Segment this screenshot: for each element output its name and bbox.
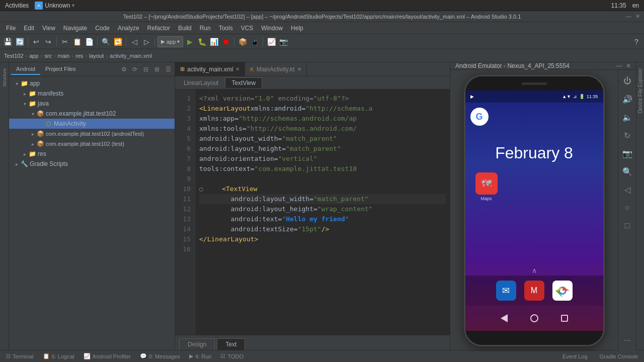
code-editor[interactable]: 12345 678910 1112131415 16 <?xml version… xyxy=(175,89,450,335)
minimize-emulator-btn[interactable]: — xyxy=(616,62,622,69)
menu-run[interactable]: Run xyxy=(196,24,215,33)
menu-tools[interactable]: Tools xyxy=(215,24,237,33)
menu-vcs[interactable]: VCS xyxy=(237,24,258,33)
app-name[interactable]: Unknown xyxy=(45,2,70,9)
close-tab-icon[interactable]: ✕ xyxy=(235,66,239,72)
power-btn[interactable]: ⏻ xyxy=(620,74,634,88)
more-options-btn[interactable]: ··· xyxy=(620,333,634,347)
menu-help[interactable]: Help xyxy=(287,24,307,33)
replace-btn[interactable]: 🔁 xyxy=(112,36,123,47)
capture-btn[interactable]: 📷 xyxy=(278,36,289,47)
tree-item-res[interactable]: ▸ 📁 res xyxy=(9,149,175,159)
nav-back-btn[interactable]: ◁ xyxy=(129,36,140,47)
terminal-tab[interactable]: ⊡ Terminal xyxy=(2,352,38,360)
tree-item-gradle[interactable]: ▸ 🔧 Gradle Scripts xyxy=(9,159,175,169)
find-btn[interactable]: 🔍 xyxy=(100,36,111,47)
redo-btn[interactable]: ↪ xyxy=(43,36,54,47)
nav-src[interactable]: src xyxy=(44,53,52,59)
maps-icon[interactable]: 🗺 xyxy=(475,172,498,195)
tab-text[interactable]: Text xyxy=(217,338,245,350)
logcat-tab[interactable]: 📋 6: Logcat xyxy=(39,352,78,360)
sdk-manager-btn[interactable]: 📦 xyxy=(237,36,248,47)
menu-window[interactable]: Window xyxy=(257,24,287,33)
android-profiler-tab[interactable]: 📈 Android Profiler xyxy=(79,352,135,360)
menu-refactor[interactable]: Refactor xyxy=(143,24,174,33)
phone-screen[interactable]: ▶ ▲▼ ⊿ 🔋 11:35 G xyxy=(465,90,603,331)
close-emulator-btn[interactable]: ✕ xyxy=(626,62,631,69)
close-tab-icon[interactable]: ✕ xyxy=(297,66,301,72)
sync-btn[interactable]: 🔄 xyxy=(14,36,25,47)
tree-item-package[interactable]: ▾ 📦 com.example.jittat.test102 xyxy=(9,109,175,119)
run-tab[interactable]: ▶ 4: Run xyxy=(185,352,215,360)
gradle-console-tab[interactable]: Gradle Console xyxy=(596,352,642,360)
run-config-dropdown[interactable]: ▶ app ▾ xyxy=(157,36,183,47)
run-with-coverage-btn[interactable]: 📊 xyxy=(208,36,219,47)
profiler-btn[interactable]: 📈 xyxy=(266,36,277,47)
event-log-tab[interactable]: Event Log xyxy=(558,352,592,360)
menu-navigate[interactable]: Navigate xyxy=(59,24,91,33)
minimize-btn[interactable]: — xyxy=(626,13,631,20)
tab-design[interactable]: Design xyxy=(179,338,215,350)
tab-android[interactable]: Android xyxy=(11,64,40,75)
nav-activity-main-xml[interactable]: activity_main.xml xyxy=(110,53,152,59)
undo-btn[interactable]: ↩ xyxy=(31,36,42,47)
stop-btn[interactable]: ⏹ xyxy=(220,36,231,47)
debug-btn[interactable]: 🐛 xyxy=(196,36,207,47)
nav-layout[interactable]: layout xyxy=(89,53,104,59)
tree-item-app[interactable]: ▾ 📁 app xyxy=(9,78,175,88)
volume-down-btn[interactable]: 🔈 xyxy=(620,110,634,124)
device-explorer-label[interactable]: Device File Explorer xyxy=(637,64,643,117)
rotate-btn[interactable]: ↻ xyxy=(620,128,634,142)
sync-icon[interactable]: ⟳ xyxy=(130,65,139,74)
tree-item-test[interactable]: ▸ 📦 com.example.jittat.test102 (test) xyxy=(9,139,175,149)
back-nav-btn[interactable]: ◁ xyxy=(620,183,634,197)
menu-view[interactable]: View xyxy=(38,24,59,33)
todo-tab[interactable]: ☑ TODO xyxy=(216,352,248,360)
tree-item-mainactivity[interactable]: ▸ ⬡ MainActivity xyxy=(9,119,175,129)
copy-btn[interactable]: 📋 xyxy=(71,36,83,47)
breadcrumb-linearlayout[interactable]: LinearLayout xyxy=(177,77,225,88)
menu-file[interactable]: File xyxy=(2,24,20,33)
tree-item-java[interactable]: ▾ 📁 java xyxy=(9,99,175,109)
menu-build[interactable]: Build xyxy=(174,24,196,33)
paste-btn[interactable]: 📄 xyxy=(84,36,95,47)
close-btn[interactable]: ✕ xyxy=(635,13,640,20)
tree-item-androidtest[interactable]: ▸ 📦 com.example.jittat.test102 (androidT… xyxy=(9,129,175,139)
nav-res[interactable]: res xyxy=(75,53,83,59)
nav-main[interactable]: main xyxy=(58,53,70,59)
phone-recents-btn[interactable] xyxy=(559,313,570,323)
dock-gmail-icon[interactable]: M xyxy=(524,281,544,301)
tab-project-files[interactable]: Project Files xyxy=(40,64,81,75)
nav-test102[interactable]: Test102 xyxy=(4,53,24,59)
expand-icon[interactable]: ⊞ xyxy=(152,65,162,74)
messages-tab[interactable]: 💬 0: Messages xyxy=(136,352,184,360)
avd-manager-btn[interactable]: 📱 xyxy=(249,36,260,47)
screenshot-btn[interactable]: 📷 xyxy=(620,146,634,160)
zoom-btn[interactable]: 🔍 xyxy=(620,164,634,178)
recents-nav-btn[interactable]: □ xyxy=(620,219,634,233)
help-btn[interactable]: ? xyxy=(631,36,642,47)
activities-menu[interactable]: Activities xyxy=(5,2,29,9)
dock-chrome-icon[interactable] xyxy=(552,281,573,301)
tab-mainactivity-kt[interactable]: K MainActivity.kt ✕ xyxy=(245,62,306,76)
phone-content[interactable]: G February 8 🗺 Maps xyxy=(465,103,603,265)
breadcrumb-textview[interactable]: TextView xyxy=(225,77,262,88)
home-nav-btn[interactable]: ○ xyxy=(620,201,634,215)
phone-back-btn[interactable] xyxy=(499,313,509,323)
structure-panel-btn[interactable]: Structure xyxy=(2,64,8,91)
phone-home-btn[interactable] xyxy=(529,313,539,323)
nav-forward-btn[interactable]: ▷ xyxy=(141,36,152,47)
maps-icon-container[interactable]: 🗺 Maps xyxy=(475,172,498,201)
swipe-indicator[interactable]: ∧ xyxy=(465,265,603,276)
app-dropdown-icon[interactable]: ▾ xyxy=(72,3,74,8)
save-all-btn[interactable]: 💾 xyxy=(2,36,13,47)
menu-code[interactable]: Code xyxy=(91,24,114,33)
code-content[interactable]: <?xml version="1.0" encoding="utf-8"?> <… xyxy=(195,89,450,335)
google-logo[interactable]: G xyxy=(470,108,489,126)
cut-btn[interactable]: ✂ xyxy=(59,36,70,47)
menu-edit[interactable]: Edit xyxy=(20,24,38,33)
menu-analyze[interactable]: Analyze xyxy=(114,24,143,33)
run-btn[interactable]: ▶ xyxy=(184,36,195,47)
tree-item-manifests[interactable]: ▸ 📁 manifests xyxy=(9,88,175,99)
collapse-icon[interactable]: ⊟ xyxy=(141,65,150,74)
